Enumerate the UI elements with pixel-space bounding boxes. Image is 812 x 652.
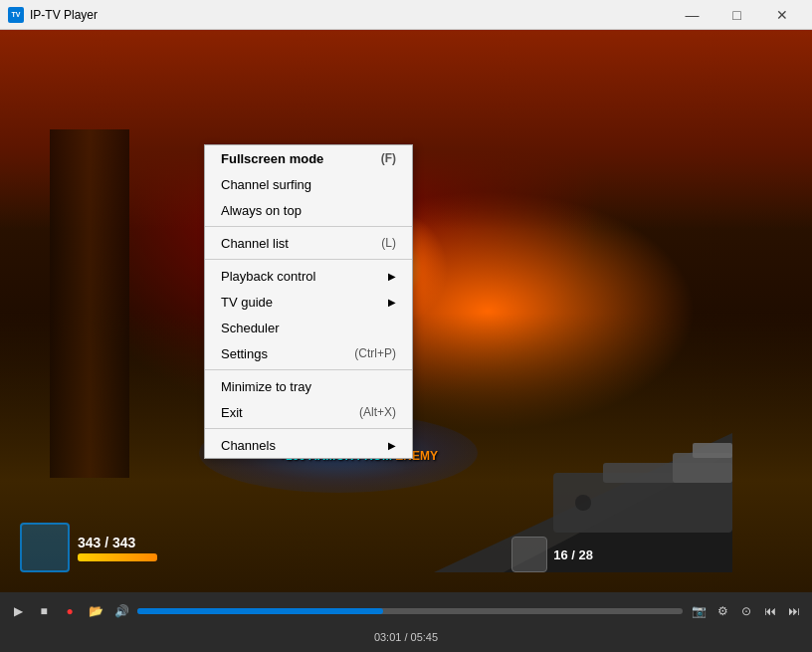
svg-rect-5 [693, 443, 732, 458]
menu-item-shortcut: (Alt+X) [359, 405, 396, 419]
menu-separator [205, 259, 412, 260]
title-bar-left: TV IP-TV Player [8, 7, 98, 23]
menu-item-playback_control[interactable]: Playback control▶ [205, 263, 412, 289]
menu-item-arrow-icon: ▶ [388, 440, 396, 451]
menu-item-label: Settings [221, 346, 268, 361]
menu-item-exit[interactable]: Exit(Alt+X) [205, 399, 412, 425]
menu-item-scheduler[interactable]: Scheduler [205, 315, 412, 340]
menu-item-label: Channels [221, 438, 276, 453]
menu-separator [205, 226, 412, 227]
volume-button[interactable]: 🔊 [111, 601, 131, 621]
menu-item-minimize_tray[interactable]: Minimize to tray [205, 373, 412, 399]
health-bar-fill [78, 553, 157, 561]
menu-item-label: Fullscreen mode [221, 151, 323, 166]
menu-item-shortcut: (L) [381, 236, 396, 250]
ammo-count: 16 / 28 [553, 547, 593, 562]
menu-item-label: Scheduler [221, 321, 280, 335]
menu-item-tv_guide[interactable]: TV guide▶ [205, 289, 412, 315]
menu-item-label: Minimize to tray [221, 379, 311, 394]
menu-separator [205, 428, 412, 429]
menu-item-settings[interactable]: Settings(Ctrl+P) [205, 340, 412, 366]
menu-item-label: Always on top [221, 203, 302, 218]
menu-item-label: Channel surfing [221, 177, 311, 192]
menu-item-shortcut: (F) [381, 151, 396, 165]
minimize-button[interactable]: — [670, 0, 714, 30]
health-value: 343 / 343 [78, 535, 157, 550]
menu-item-channel_list[interactable]: Channel list(L) [205, 230, 412, 256]
hud-stats: 343 / 343 [78, 535, 157, 561]
controls-bar: ▶ ■ ● 📂 🔊 📷 ⚙ ⊙ ⏮ ⏭ 03:01 / 05:45 [0, 592, 812, 652]
hud-right: 16 / 28 [511, 537, 593, 572]
camera-button[interactable]: 📷 [689, 601, 709, 621]
menu-item-label: Channel list [221, 236, 289, 251]
menu-separator [205, 369, 412, 370]
left-pillar [50, 129, 129, 478]
menu-item-channel_surfing[interactable]: Channel surfing [205, 171, 412, 197]
menu-item-label: TV guide [221, 295, 273, 310]
menu-item-fullscreen[interactable]: Fullscreen mode(F) [205, 145, 412, 171]
time-display: 03:01 / 05:45 [8, 631, 804, 643]
character-icon [20, 523, 70, 572]
hud-left: 343 / 343 [20, 523, 157, 572]
menu-item-label: Exit [221, 405, 243, 420]
aspect-button[interactable]: ⊙ [736, 601, 756, 621]
app-icon: TV [8, 7, 24, 23]
svg-point-6 [575, 495, 591, 511]
health-bar-bg [78, 553, 157, 561]
ammo-icon [511, 537, 547, 572]
play-button[interactable]: ▶ [8, 601, 28, 621]
window-controls: — □ ✕ [670, 0, 804, 30]
title-bar: TV IP-TV Player — □ ✕ [0, 0, 812, 30]
record-button[interactable]: ● [60, 601, 80, 621]
menu-item-channels[interactable]: Channels▶ [205, 432, 412, 458]
controls-top-row: ▶ ■ ● 📂 🔊 📷 ⚙ ⊙ ⏮ ⏭ [8, 601, 804, 621]
menu-item-label: Playback control [221, 269, 315, 284]
progress-bar[interactable] [137, 608, 683, 614]
menu-item-always_on_top[interactable]: Always on top [205, 197, 412, 223]
window-title: IP-TV Player [30, 8, 98, 22]
video-area: 343 / 343 +100 ARMOR FROM ENEMY 16 / 28 … [0, 30, 812, 592]
prev-button[interactable]: ⏮ [760, 601, 780, 621]
menu-item-shortcut: (Ctrl+P) [354, 346, 396, 360]
open-button[interactable]: 📂 [86, 601, 105, 621]
next-button[interactable]: ⏭ [784, 601, 804, 621]
settings-button[interactable]: ⚙ [712, 601, 732, 621]
progress-fill [137, 608, 383, 614]
stop-button[interactable]: ■ [34, 601, 54, 621]
menu-item-arrow-icon: ▶ [388, 297, 396, 308]
menu-item-arrow-icon: ▶ [388, 271, 396, 282]
maximize-button[interactable]: □ [714, 0, 759, 30]
close-button[interactable]: ✕ [759, 0, 804, 30]
context-menu: Fullscreen mode(F)Channel surfingAlways … [204, 144, 413, 459]
controls-bottom-row: 03:01 / 05:45 [8, 631, 804, 643]
right-controls: 📷 ⚙ ⊙ ⏮ ⏭ [689, 601, 804, 621]
